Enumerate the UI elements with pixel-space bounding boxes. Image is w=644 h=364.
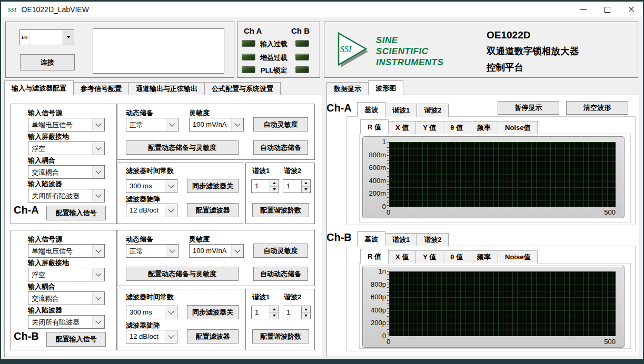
tab-fundamental[interactable]: 基波 <box>357 231 385 246</box>
tab-data-display[interactable]: 数据显示 <box>326 82 369 95</box>
harmonic1-label: 谐波1 <box>252 292 270 302</box>
input-ground-label: 输入屏蔽接地 <box>28 132 69 141</box>
subtab-y[interactable]: Y 值 <box>415 121 443 134</box>
input-notch-select[interactable]: 关闭所有陷波器 <box>28 315 105 329</box>
input-ground-label: 输入屏蔽接地 <box>28 258 69 268</box>
config-filter-button[interactable]: 配置滤波器 <box>187 203 239 217</box>
subtab-frequency[interactable]: 频率 <box>470 121 498 134</box>
close-button[interactable] <box>620 2 643 17</box>
sync-filter-button[interactable]: 同步滤波器关 <box>187 305 239 319</box>
minimize-icon <box>580 9 587 10</box>
pause-display-button[interactable]: 暂停显示 <box>498 101 559 115</box>
sensitivity-select[interactable]: 100 mV/nA <box>189 118 244 132</box>
subtab-theta[interactable]: θ 值 <box>443 121 470 134</box>
chevron-down-icon <box>92 245 104 257</box>
y-tick: 0 <box>363 332 386 340</box>
harmonic2-label: 谐波2 <box>284 166 301 176</box>
waveform-chart-a: 1 800m 600m 400m 200m 0 0 500 <box>362 136 625 218</box>
time-constant-label: 滤波器时间常数 <box>126 292 174 302</box>
left-tab-strip: 输入与滤波器配置 参考信号配置 通道输出与正弦输出 公式配置与系统设置 <box>4 81 281 95</box>
waveform-chart-b: 1n 800p 600p 400p 200p 0 0 500 <box>362 266 625 348</box>
product-subtitle-1: 双通道数字锁相放大器 <box>487 45 579 57</box>
input-source-select[interactable]: 单端电压信号 <box>28 244 105 258</box>
harmonic1-value: 1 <box>252 180 270 193</box>
message-box[interactable] <box>93 28 224 74</box>
tab-harmonic1[interactable]: 谐波1 <box>385 233 417 246</box>
input-notch-select[interactable]: 关闭所有陷波器 <box>28 189 105 203</box>
subtab-r[interactable]: R 值 <box>360 119 389 134</box>
input-ground-select[interactable]: 浮空 <box>28 141 105 155</box>
tab-formula-system[interactable]: 公式配置与系统设置 <box>204 82 281 95</box>
clear-waveform-button[interactable]: 清空波形 <box>566 101 628 115</box>
reserve-select[interactable]: 正常 <box>126 244 179 258</box>
harmonic1-value: 1 <box>252 306 270 319</box>
auto-reserve-button[interactable]: 自动动态储备 <box>253 140 308 155</box>
chevron-down-icon <box>92 189 104 202</box>
tab-channel-output[interactable]: 通道输出与正弦输出 <box>128 82 205 95</box>
config-reserve-button[interactable]: 配置动态储备与灵敏度 <box>126 140 239 155</box>
harmonic2-spinner[interactable]: 1 <box>283 306 311 319</box>
subtab-y[interactable]: Y 值 <box>415 250 443 264</box>
config-input-button[interactable]: 配置输入信号 <box>46 206 106 220</box>
chevron-down-icon <box>231 118 243 131</box>
spinner-up-icon[interactable] <box>270 180 279 187</box>
tab-harmonic2[interactable]: 谐波2 <box>417 104 449 117</box>
subtab-noise[interactable]: Noise值 <box>498 121 538 134</box>
subtab-x[interactable]: X 值 <box>388 121 416 134</box>
filter-slope-select[interactable]: 12 dB/oct <box>126 204 177 217</box>
harmonic2-spinner[interactable]: 1 <box>283 179 311 193</box>
connect-button[interactable]: 连接 <box>20 54 75 70</box>
sensitivity-select[interactable]: 100 mV/nA <box>189 244 244 258</box>
dropdown-arrow-icon[interactable] <box>63 30 74 45</box>
maximize-icon <box>605 7 610 13</box>
harmonic1-spinner[interactable]: 1 <box>251 306 279 319</box>
tab-reference-config[interactable]: 参考信号配置 <box>73 82 129 95</box>
config-input-button[interactable]: 配置输入信号 <box>46 332 106 347</box>
reserve-select[interactable]: 正常 <box>126 118 179 132</box>
subtab-x[interactable]: X 值 <box>388 250 416 264</box>
reserve-value: 正常 <box>126 245 166 257</box>
input-coupling-select[interactable]: 交流耦合 <box>28 165 105 179</box>
auto-sensitivity-button[interactable]: 自动灵敏度 <box>253 244 308 258</box>
input-source-select[interactable]: 单端电压信号 <box>28 118 105 132</box>
config-harmonic-button[interactable]: 配置谐波阶数 <box>252 203 309 217</box>
input-source-value: 单端电压信号 <box>28 118 92 131</box>
spinner-down-icon[interactable] <box>302 187 310 193</box>
subtab-r[interactable]: R 值 <box>360 249 389 264</box>
harmonic1-spinner[interactable]: 1 <box>251 179 279 193</box>
maximize-button[interactable] <box>596 2 619 17</box>
waveform-channel-b-name: Ch-B <box>326 231 352 244</box>
time-constant-select[interactable]: 300 ms <box>126 179 177 193</box>
subtab-noise[interactable]: Noise值 <box>498 250 538 264</box>
time-constant-select[interactable]: 300 ms <box>126 306 177 319</box>
channel-a-header: Ch A <box>244 26 262 35</box>
tab-harmonic2[interactable]: 谐波2 <box>417 233 449 246</box>
filter-slope-select[interactable]: 12 dB/oct <box>126 330 177 343</box>
spinner-up-icon[interactable] <box>302 180 310 187</box>
input-coupling-select[interactable]: 交流耦合 <box>28 291 105 305</box>
tab-harmonic1[interactable]: 谐波1 <box>385 104 417 117</box>
tab-waveform[interactable]: 波形图 <box>368 80 403 95</box>
tab-input-filter-config[interactable]: 输入与滤波器配置 <box>4 80 74 95</box>
spinner-up-icon[interactable] <box>302 306 310 313</box>
spinner-down-icon[interactable] <box>270 313 279 319</box>
right-tab-strip: 数据显示 波形图 <box>326 81 403 95</box>
tab-fundamental[interactable]: 基波 <box>357 102 385 117</box>
spinner-down-icon[interactable] <box>302 313 310 319</box>
config-reserve-button[interactable]: 配置动态储备与灵敏度 <box>126 267 239 281</box>
app-window: SSI OE1022D_LabVIEW I/O 连接 Ch A Ch B 输入过… <box>0 0 644 364</box>
y-tick: 400m <box>363 177 386 185</box>
subtab-frequency[interactable]: 频率 <box>470 250 498 264</box>
spinner-down-icon[interactable] <box>270 187 279 193</box>
visa-resource-select[interactable]: I/O <box>19 29 74 45</box>
auto-reserve-button[interactable]: 自动动态储备 <box>253 267 308 281</box>
config-filter-button[interactable]: 配置滤波器 <box>187 329 239 343</box>
sync-filter-button[interactable]: 同步滤波器关 <box>187 179 239 193</box>
input-ground-select[interactable]: 浮空 <box>28 268 105 281</box>
auto-sensitivity-button[interactable]: 自动灵敏度 <box>253 117 308 132</box>
spinner-up-icon[interactable] <box>270 306 279 313</box>
minimize-button[interactable] <box>571 2 595 17</box>
config-harmonic-button[interactable]: 配置谐波阶数 <box>252 329 309 343</box>
subtab-theta[interactable]: θ 值 <box>443 250 470 264</box>
logo-line2: SCIENTIFIC <box>376 46 443 57</box>
